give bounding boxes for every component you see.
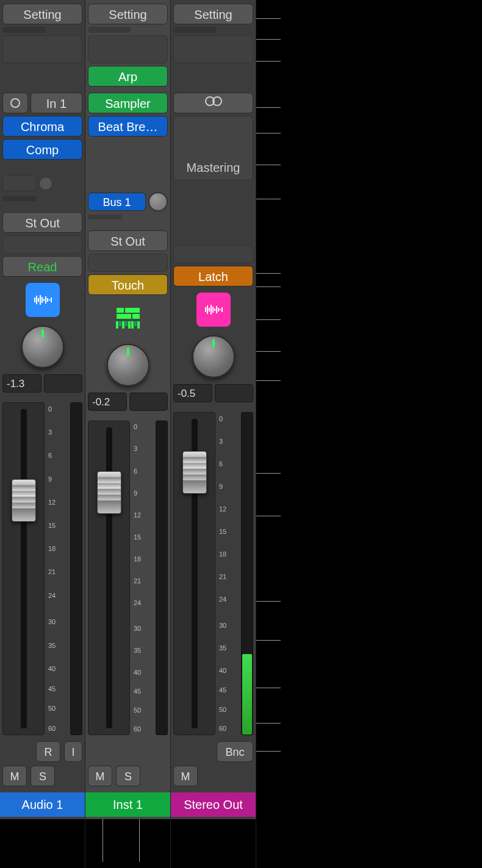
solo-button[interactable]: S (116, 766, 140, 786)
rec-input-row-empty (88, 741, 168, 762)
midi-fx-slots-empty (173, 66, 253, 90)
group-slot[interactable] (2, 235, 82, 254)
midi-fx-plugin[interactable]: Arp (88, 66, 168, 87)
send-level-knob[interactable] (148, 192, 168, 212)
stereo-mode-button[interactable] (173, 93, 253, 113)
automation-label: Read (28, 260, 57, 274)
leader-line-icon (139, 819, 140, 862)
mute-solo-row: M S (2, 766, 82, 786)
leader-line-icon (256, 133, 281, 133)
leader-line-icon (256, 273, 281, 274)
volume-fader[interactable] (173, 412, 215, 735)
record-enable-button[interactable]: R (36, 741, 60, 762)
group-slot[interactable] (173, 245, 253, 263)
automation-mode-button[interactable]: Read (2, 256, 82, 277)
input-format-button[interactable] (2, 93, 28, 113)
leader-line-icon (256, 601, 281, 602)
send-slot-empty[interactable] (88, 215, 122, 219)
peak-display[interactable] (44, 374, 83, 393)
audio-fx-plugin[interactable]: Chroma (2, 116, 82, 137)
leader-line-icon (256, 319, 281, 320)
pan-knob[interactable] (21, 326, 64, 368)
midi-fx-slots: Arp (88, 66, 168, 90)
leader-line-icon (256, 380, 281, 381)
volume-display[interactable]: -0.5 (173, 384, 212, 402)
input-slot[interactable]: In 1 (31, 93, 82, 113)
input-row: In 1 (2, 93, 82, 113)
callout-leader-area (256, 0, 482, 868)
mute-button[interactable]: M (2, 766, 27, 786)
leader-line-icon (103, 819, 103, 862)
gain-reduction-meter (2, 27, 45, 33)
input-monitor-button[interactable]: I (64, 741, 82, 762)
pan-knob-wrap (2, 321, 82, 372)
audio-fx-plugin[interactable]: Comp (2, 139, 82, 160)
audio-fx-plugin[interactable]: Beat Bre… (88, 116, 168, 137)
automation-mode-button[interactable]: Latch (173, 266, 253, 286)
volume-fader[interactable] (88, 421, 130, 735)
leader-line-icon (256, 751, 281, 752)
setting-button[interactable]: Setting (88, 4, 168, 24)
send-row (2, 173, 82, 194)
track-name[interactable]: Stereo Out (171, 792, 256, 817)
waveform-icon[interactable] (26, 283, 60, 317)
send-slot[interactable]: Bus 1 (88, 193, 146, 211)
leader-line-icon (256, 165, 281, 165)
balance-knob[interactable] (192, 335, 235, 378)
output-slot[interactable]: St Out (2, 212, 82, 233)
leader-line-icon (256, 473, 281, 474)
send-slot-empty[interactable] (2, 176, 37, 191)
pan-knob-wrap (88, 339, 168, 390)
peak-display[interactable] (215, 384, 254, 402)
channel-strip-inst1: Setting Arp Sampler Beat Bre… Bus 1 St O… (85, 0, 171, 868)
channel-strip-audio1: Setting In 1 Chroma Comp St Out Read (0, 0, 85, 868)
solo-button[interactable]: S (31, 766, 55, 786)
volume-fader[interactable] (2, 402, 45, 735)
db-row: -0.5 (173, 384, 253, 402)
output-slot[interactable]: St Out (88, 230, 168, 251)
leader-line-icon (256, 640, 281, 641)
eq-thumbnail[interactable] (88, 35, 168, 63)
eq-thumbnail[interactable] (173, 35, 253, 63)
fader-scale: 0 3 6 9 12 15 18 21 24 30 35 40 45 50 60 (134, 421, 152, 735)
leader-line-icon (256, 723, 281, 724)
pan-knob[interactable] (107, 344, 149, 386)
mute-solo-row: M S (88, 766, 168, 786)
bottom-pad (171, 819, 256, 868)
instrument-slot[interactable]: Sampler (88, 93, 168, 113)
fader-scale: 0 3 6 9 12 15 18 21 24 30 35 40 45 50 60 (48, 402, 67, 735)
setting-button[interactable]: Setting (173, 4, 253, 24)
mute-button[interactable]: M (173, 766, 198, 786)
send-row: Bus 1 (88, 191, 168, 212)
leader-line-icon (256, 199, 281, 199)
output-slot-empty (173, 222, 253, 243)
group-slot[interactable] (88, 254, 168, 272)
db-row: -1.3 (2, 374, 82, 393)
track-name[interactable]: Audio 1 (0, 792, 85, 817)
automation-mode-button[interactable]: Touch (88, 274, 168, 295)
waveform-icon[interactable] (196, 293, 231, 327)
eq-thumbnail[interactable] (2, 35, 82, 63)
fader-area: 0 3 6 9 12 15 18 21 24 30 35 40 45 50 60 (2, 402, 82, 735)
send-slot-empty-2[interactable] (2, 196, 37, 201)
mute-row: M (173, 766, 253, 786)
volume-display[interactable]: -1.3 (2, 374, 41, 393)
bounce-button[interactable]: Bnc (217, 741, 253, 762)
instrument-icon[interactable] (111, 301, 145, 335)
mastering-slot[interactable]: Mastering (173, 116, 253, 180)
peak-display[interactable] (129, 393, 168, 411)
fader-scale: 0 3 6 9 12 15 18 21 24 30 35 40 45 50 60 (219, 412, 237, 735)
spacer (173, 206, 253, 211)
leader-line-icon (256, 688, 281, 688)
mute-button[interactable]: M (88, 766, 112, 786)
leader-line-icon (256, 107, 281, 108)
level-meter (70, 402, 82, 735)
interlocking-circles-icon (201, 93, 226, 113)
volume-display[interactable]: -0.2 (88, 393, 127, 411)
send-knob-small[interactable] (39, 177, 52, 190)
send-row-empty (173, 183, 253, 204)
rec-input-row: R I (2, 741, 82, 762)
track-name[interactable]: Inst 1 (85, 792, 170, 817)
gain-reduction-meter (88, 27, 131, 33)
setting-button[interactable]: Setting (2, 4, 82, 24)
